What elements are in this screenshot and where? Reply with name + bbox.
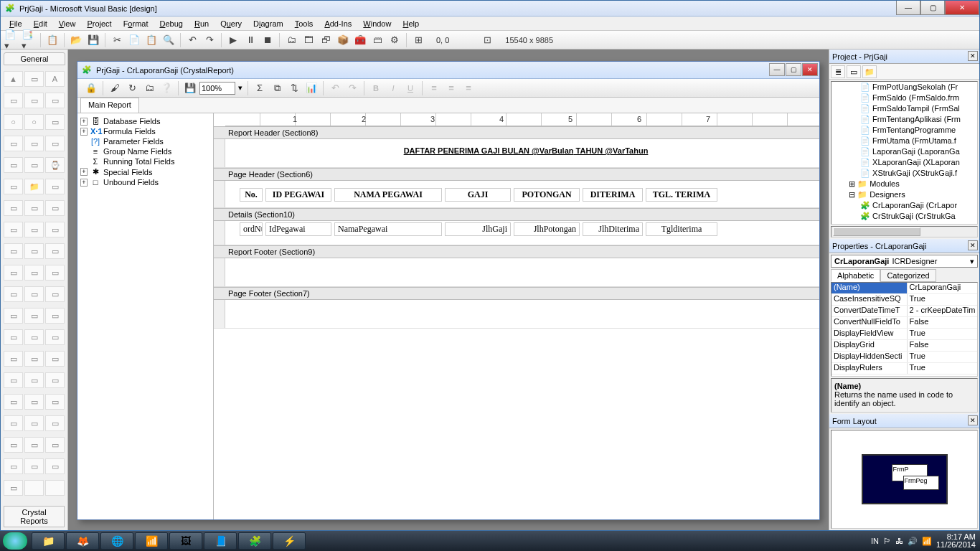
design-surface[interactable]: 1 2 3 4 5 6 7 Report Header (Section8)	[214, 113, 819, 519]
align-center-button[interactable]: ≡	[443, 80, 459, 96]
tab-main-report[interactable]: Main Report	[80, 98, 139, 113]
detail-field[interactable]: JlhDiterima	[583, 222, 643, 236]
report-title-field[interactable]: DAFTAR PENERIMA GAJI BULAN @VarBulan TAH…	[357, 145, 694, 156]
view-code-button[interactable]: ≣	[831, 65, 845, 78]
section-page-header[interactable]: Page Header (Section6)	[214, 168, 819, 181]
properties-grid[interactable]: (Name)CrLaporanGaji CaseInsensitiveSQTru…	[831, 282, 978, 377]
col-header[interactable]: GAJI	[445, 188, 511, 202]
property-row[interactable]: DisplayHiddenSectiTrue	[831, 352, 977, 363]
project-item[interactable]: 🧩 CrStrukGaji (CrStrukGa	[831, 211, 977, 222]
menu-window[interactable]: Window	[359, 18, 395, 29]
bold-button[interactable]: B	[368, 80, 384, 96]
chart-button[interactable]: 📊	[303, 80, 319, 96]
properties-object-combo[interactable]: CrLaporanGaji ICRDesigner ▾	[831, 255, 978, 268]
tree-node[interactable]: +X·1Formula Fields	[79, 126, 212, 136]
col-header[interactable]: No.	[240, 188, 263, 202]
taskbar-item[interactable]: 📁	[32, 532, 65, 550]
child-minimize-button[interactable]: —	[769, 63, 785, 76]
report-footer-body[interactable]	[214, 258, 819, 287]
main-titlebar[interactable]: 🧩 PrjGaji - Microsoft Visual Basic [desi…	[1, 1, 979, 17]
redo-button[interactable]: ↷	[344, 80, 360, 96]
start-button[interactable]: ▶	[225, 32, 241, 48]
project-pane-title[interactable]: Project - PrjGaji ✕	[829, 50, 979, 64]
tray-flag-icon[interactable]: 🏳	[883, 537, 891, 545]
menu-addins[interactable]: Add-Ins	[320, 18, 356, 29]
sort-button[interactable]: ⇅	[286, 80, 302, 96]
project-item[interactable]: 📄 FrmSaldo (FrmSaldo.frm	[831, 93, 977, 103]
component-button[interactable]: ⚙	[387, 32, 402, 48]
data-view-button[interactable]: 🗃	[369, 32, 385, 48]
cut-button[interactable]: ✂	[109, 32, 125, 48]
redo-button[interactable]: ↷	[202, 32, 217, 48]
menu-diagram[interactable]: Diagram	[249, 18, 288, 29]
zoom-combo[interactable]: 100%	[199, 82, 235, 95]
menu-editor-button[interactable]: 📋	[44, 32, 60, 48]
form-layout-title[interactable]: Form Layout ✕	[829, 414, 979, 428]
project-item[interactable]: 📄 FrmSaldoTampil (FrmSal	[831, 103, 977, 114]
menu-run[interactable]: Run	[190, 18, 213, 29]
taskbar-item[interactable]: 🌐	[100, 532, 133, 550]
project-item[interactable]: 📄 FrmTentangProgramme	[831, 125, 977, 136]
menu-debug[interactable]: Debug	[155, 18, 187, 29]
property-row[interactable]: DisplayRulersTrue	[831, 363, 977, 375]
taskbar[interactable]: 📁 🦊 🌐 📶 🖼 📘 🧩 ⚡ IN 🏳 🖧 🔊 📶 8:17 AM 11/26…	[0, 531, 980, 551]
section-report-header[interactable]: Report Header (Section8)	[214, 126, 819, 139]
project-folder[interactable]: ⊞ 📁 Modules	[831, 179, 977, 189]
tray-network-icon[interactable]: 🖧	[895, 537, 903, 545]
property-row[interactable]: ConvertNullFieldToFalse	[831, 317, 977, 329]
property-row[interactable]: CaseInsensitiveSQTrue	[831, 294, 977, 306]
tree-node[interactable]: +🗄Database Fields	[79, 116, 212, 126]
project-hscroll[interactable]	[831, 226, 978, 237]
property-row[interactable]: DisplayFieldViewTrue	[831, 329, 977, 340]
col-header[interactable]: TGL. TERIMA	[646, 188, 717, 202]
tray-battery-icon[interactable]: 📶	[922, 537, 932, 546]
undo-button[interactable]: ↶	[327, 80, 343, 96]
taskbar-item[interactable]: 🦊	[66, 532, 99, 550]
pane-close-button[interactable]: ✕	[968, 415, 978, 425]
menu-file[interactable]: File	[5, 18, 27, 29]
copy-button[interactable]: 📄	[126, 32, 142, 48]
col-header[interactable]: ID PEGAWAI	[265, 188, 331, 202]
undo-button[interactable]: ↶	[184, 32, 200, 48]
project-tree[interactable]: 📄 FrmPotUangSekolah (Fr 📄 FrmSaldo (FrmS…	[831, 81, 978, 225]
report-header-body[interactable]: DAFTAR PENERIMA GAJI BULAN @VarBulan TAH…	[214, 139, 819, 168]
detail-field[interactable]: NamaPegawai	[334, 222, 442, 236]
property-row[interactable]: (Name)CrLaporanGaji	[831, 283, 977, 294]
break-button[interactable]: ⏸	[242, 32, 258, 48]
find-button[interactable]: 🔍	[161, 32, 176, 48]
align-right-button[interactable]: ≡	[461, 80, 476, 96]
form-layout-preview[interactable]: FrmP FrmPeg	[831, 430, 978, 529]
project-item[interactable]: 📄 XLaporanGaji (XLaporan	[831, 157, 977, 168]
project-item[interactable]: 📄 FrmTentangAplikasi (Frm	[831, 114, 977, 125]
paste-button[interactable]: 📋	[143, 32, 159, 48]
detail-field[interactable]: Tglditerima	[646, 222, 717, 236]
menu-format[interactable]: Format	[119, 18, 153, 29]
page-footer-body[interactable]	[214, 300, 819, 329]
start-button[interactable]	[3, 532, 27, 550]
clock[interactable]: 8:17 AM 11/26/2014	[936, 533, 976, 549]
tree-node[interactable]: ΣRunning Total Fields	[79, 156, 212, 166]
project-folder[interactable]: ⊟ 📁 Designers	[831, 189, 977, 200]
system-tray[interactable]: IN 🏳 🖧 🔊 📶 8:17 AM 11/26/2014	[871, 533, 976, 549]
project-explorer-button[interactable]: 🗂	[283, 32, 299, 48]
tray-volume-icon[interactable]: 🔊	[908, 537, 918, 546]
lock-format-button[interactable]: 🔒	[83, 80, 99, 96]
zoom-dropdown-icon[interactable]: ▾	[237, 83, 244, 93]
pane-close-button[interactable]: ✕	[968, 51, 978, 61]
menu-edit[interactable]: Edit	[29, 18, 52, 29]
menu-tools[interactable]: Tools	[291, 18, 318, 29]
toolbox-button[interactable]: 🧰	[352, 32, 368, 48]
col-header[interactable]: NAMA PEGAWAI	[334, 188, 442, 202]
menu-query[interactable]: Query	[216, 18, 246, 29]
taskbar-item[interactable]: 🧩	[238, 532, 271, 550]
form-layout-button[interactable]: 🗗	[318, 32, 334, 48]
view-object-button[interactable]: ▭	[847, 65, 861, 78]
maximize-button[interactable]: ▢	[920, 1, 945, 15]
form-preview[interactable]: FrmPeg	[903, 476, 939, 490]
tree-node[interactable]: +✱Special Fields	[79, 166, 212, 177]
add-form-button[interactable]: 📑▾	[21, 32, 37, 48]
project-item[interactable]: 🧩 CrLaporanGaji (CrLapor	[831, 200, 977, 211]
input-language[interactable]: IN	[871, 537, 879, 545]
property-row[interactable]: DisplayGridFalse	[831, 340, 977, 352]
help-button[interactable]: ❔	[159, 80, 174, 96]
